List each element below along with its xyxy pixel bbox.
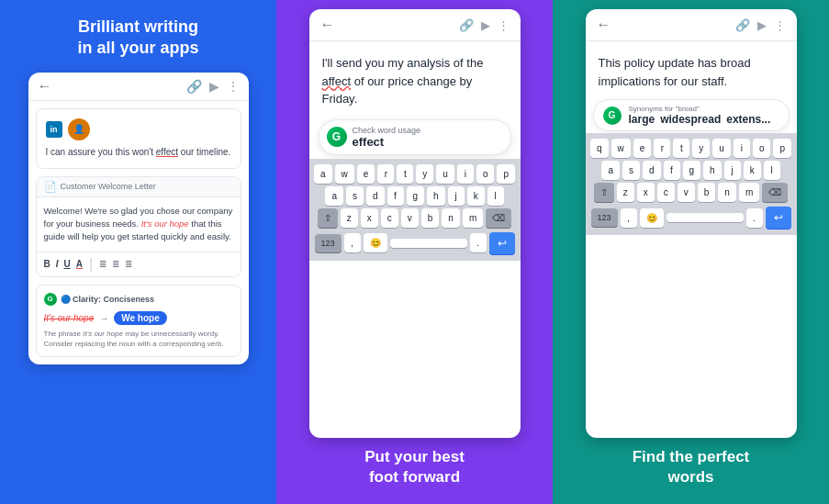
p3-key-s[interactable]: s	[622, 161, 640, 180]
p3-key-j[interactable]: j	[724, 161, 741, 180]
syn-large[interactable]: large	[629, 113, 655, 126]
keyboard-panel3: q w e r t y u i o p a s d f g h j k l	[586, 133, 797, 235]
space-key[interactable]	[390, 239, 467, 248]
key-d[interactable]: d	[366, 186, 385, 206]
p3-key-t[interactable]: t	[673, 139, 689, 158]
key-i[interactable]: i	[457, 164, 474, 184]
p3-key-z[interactable]: z	[617, 183, 634, 202]
return-key[interactable]: ↩	[489, 232, 515, 254]
backspace-key[interactable]: ⌫	[486, 208, 511, 228]
p3-key-u[interactable]: u	[712, 139, 731, 158]
p3-return-key[interactable]: ↩	[766, 207, 791, 229]
p3-key-e[interactable]: e	[633, 139, 652, 158]
p3-key-o[interactable]: o	[753, 139, 771, 158]
p3-key-l[interactable]: l	[764, 161, 780, 180]
key-l[interactable]: l	[487, 186, 504, 206]
p3-key-w[interactable]: w	[611, 139, 631, 158]
shift-key[interactable]: ⇧	[318, 208, 338, 228]
key-o[interactable]: o	[476, 164, 495, 184]
p3-key-n[interactable]: n	[718, 183, 736, 202]
key-v[interactable]: v	[401, 208, 419, 228]
key-m[interactable]: m	[463, 208, 483, 228]
p3-key-d[interactable]: d	[643, 161, 661, 180]
p3-key-h[interactable]: h	[703, 161, 722, 180]
p3-key-q[interactable]: q	[590, 139, 609, 158]
key-y[interactable]: y	[416, 164, 433, 184]
syn-extens[interactable]: extens...	[726, 113, 770, 126]
p3-key-row-1: q w e r t y u i o p	[589, 139, 793, 158]
p3-key-i[interactable]: i	[734, 139, 750, 158]
p3-period-key[interactable]: .	[746, 208, 763, 228]
p3-key-f[interactable]: f	[664, 161, 680, 180]
p3-backspace-key[interactable]: ⌫	[762, 183, 788, 202]
p3-num-key[interactable]: 123	[591, 208, 618, 227]
p2-link-icon: 🔗	[459, 18, 474, 32]
key-z[interactable]: z	[341, 208, 358, 228]
p3-key-r[interactable]: r	[654, 139, 670, 158]
key-r[interactable]: r	[377, 164, 394, 184]
emoji-key[interactable]: 😊	[364, 233, 387, 252]
avatar: 👤	[68, 118, 90, 140]
popup-content: Check word usage effect	[353, 126, 421, 149]
synonyms-bar[interactable]: G Synonyms for "broad" large widespread …	[593, 99, 790, 131]
key-w[interactable]: w	[335, 164, 354, 184]
more-icon: ⋮	[227, 79, 240, 94]
font-color-btn[interactable]: A	[76, 259, 83, 269]
p3-key-b[interactable]: b	[698, 183, 716, 202]
key-s[interactable]: s	[346, 186, 364, 206]
key-f[interactable]: f	[387, 186, 404, 206]
grammarly-icon-sm: G	[44, 293, 57, 306]
bold-btn[interactable]: B	[44, 259, 50, 269]
p3-key-g[interactable]: g	[683, 161, 701, 180]
p3-shift-key[interactable]: ⇧	[594, 183, 614, 202]
p3-key-v[interactable]: v	[678, 183, 695, 202]
p2-back-arrow[interactable]: ←	[320, 17, 335, 33]
gdoc-highlight: It's our hope	[141, 218, 189, 229]
grammarly-popup[interactable]: G Check word usage effect	[319, 119, 511, 155]
key-c[interactable]: c	[381, 208, 398, 228]
align-center-icon[interactable]: ≣	[112, 259, 119, 269]
underline-btn[interactable]: U	[64, 259, 71, 269]
p3-key-c[interactable]: c	[657, 183, 675, 202]
panel-1-blue: Brilliant writing in all your apps ← 🔗 ▶…	[0, 0, 276, 504]
key-k[interactable]: k	[467, 186, 485, 206]
syn-widespread[interactable]: widespread	[660, 113, 721, 126]
key-u[interactable]: u	[436, 164, 454, 184]
key-h[interactable]: h	[427, 186, 445, 206]
key-n[interactable]: n	[442, 208, 460, 228]
key-e[interactable]: e	[357, 164, 375, 184]
p3-key-x[interactable]: x	[637, 183, 655, 202]
suggestion-header: G 🔵 Clarity: Conciseness	[44, 293, 233, 306]
p3-back-arrow[interactable]: ←	[597, 17, 611, 33]
align-left-icon[interactable]: ≣	[99, 259, 106, 269]
key-g[interactable]: g	[407, 186, 425, 206]
comma-key[interactable]: ,	[344, 233, 361, 252]
p3-key-p[interactable]: p	[773, 139, 791, 158]
key-p[interactable]: p	[497, 164, 515, 184]
p3-key-a[interactable]: a	[601, 161, 620, 180]
period-key[interactable]: .	[470, 233, 487, 252]
p3-key-y[interactable]: y	[692, 139, 710, 158]
key-row-1: a w e r t y u i o p	[313, 164, 517, 184]
key-x[interactable]: x	[361, 208, 378, 228]
key-t[interactable]: t	[397, 164, 413, 184]
key-b[interactable]: b	[421, 208, 440, 228]
key-a[interactable]: a	[314, 164, 332, 184]
p3-comma-key[interactable]: ,	[621, 208, 637, 228]
align-right-icon[interactable]: ≣	[125, 259, 132, 269]
p3-key-m[interactable]: m	[739, 183, 759, 202]
keyboard-panel2: a w e r t y u i o p a s d f g h j k l	[309, 159, 521, 261]
num-key[interactable]: 123	[315, 234, 342, 252]
key-j[interactable]: j	[448, 186, 465, 206]
italic-btn[interactable]: I	[56, 259, 59, 269]
p3-more-icon: ⋮	[774, 18, 786, 32]
back-arrow-icon[interactable]: ←	[38, 78, 52, 95]
linkedin-logo: in	[46, 121, 62, 138]
replacement-btn[interactable]: We hope	[114, 311, 166, 325]
key-a2[interactable]: a	[325, 186, 343, 206]
linkedin-msg-start: I can assure you this won't	[46, 147, 156, 157]
linkedin-highlight: effect	[156, 147, 178, 157]
p3-key-k[interactable]: k	[744, 161, 761, 180]
p3-space-key[interactable]	[667, 213, 744, 222]
p3-emoji-key[interactable]: 😊	[640, 208, 664, 228]
